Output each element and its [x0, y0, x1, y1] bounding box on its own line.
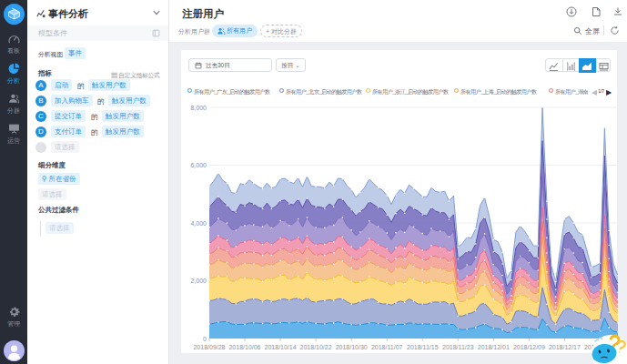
- svg-text:2018/10/22: 2018/10/22: [300, 344, 332, 350]
- svg-text:2018/12/09: 2018/12/09: [513, 344, 545, 350]
- svg-text:6,000: 6,000: [190, 162, 207, 168]
- svg-text:2018/12/01: 2018/12/01: [478, 344, 510, 350]
- svg-text:2018/10/06: 2018/10/06: [228, 344, 260, 350]
- svg-text:8,000: 8,000: [190, 105, 207, 111]
- svg-text:0: 0: [203, 336, 207, 342]
- svg-text:2018/11/15: 2018/11/15: [407, 344, 439, 350]
- svg-text:2018/09/28: 2018/09/28: [193, 344, 225, 350]
- svg-text:2018/11/23: 2018/11/23: [442, 344, 474, 350]
- svg-text:4,000: 4,000: [190, 220, 207, 227]
- svg-text:2018/11/07: 2018/11/07: [371, 344, 403, 350]
- svg-text:2,000: 2,000: [190, 278, 207, 284]
- svg-text:2018/12/17: 2018/12/17: [549, 344, 581, 350]
- svg-text:2018/10/30: 2018/10/30: [336, 344, 368, 350]
- svg-text:2018/10/14: 2018/10/14: [265, 344, 297, 350]
